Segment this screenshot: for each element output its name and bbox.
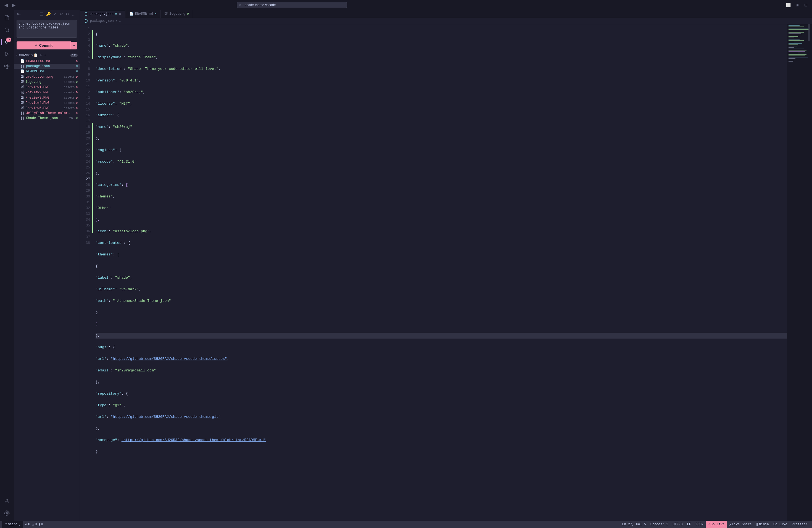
status-eol[interactable]: LF <box>685 521 693 528</box>
forward-button[interactable]: ▶ <box>11 2 17 8</box>
status-errors[interactable]: ⊘ 0 ⚠ 0 ℹ 0 <box>23 521 45 528</box>
status-go-live2[interactable]: Go Live <box>771 521 789 528</box>
status-prettier[interactable]: Prettier <box>789 521 810 528</box>
code-line: "bugs": { <box>96 344 787 350</box>
file-item-shadetheme[interactable]: {} Shade Theme.json th… U <box>14 116 80 121</box>
status-position[interactable]: Ln 27, Col 5 <box>620 521 648 528</box>
scm-badge: 12 <box>6 38 11 42</box>
activity-account[interactable] <box>1 495 12 507</box>
sidebar-check-button[interactable]: ✓ <box>53 12 58 17</box>
svg-rect-35 <box>788 56 805 56</box>
sidebar-header: S… ☰ 🔑 ✓ ↩ ↻ … <box>14 10 80 18</box>
file-item-preview3[interactable]: 🖼 Preview3.PNG assets D <box>14 95 80 100</box>
code-line: }, <box>96 379 787 385</box>
commit-message-input[interactable]: chore: Update package.json and .gitignor… <box>17 20 77 38</box>
file-item-bmcbutton[interactable]: 🖼 bmc-button.png assets D <box>14 74 80 79</box>
code-line: "vscode": "^1.31.0" <box>96 159 787 165</box>
file-item-logopng[interactable]: 🖼 logo.png assets U <box>14 79 80 85</box>
activity-files[interactable] <box>1 12 12 23</box>
code-line: "uiTheme": "vs-dark", <box>96 287 787 292</box>
file-name: Preview4.PNG <box>25 101 62 105</box>
status-language[interactable]: JSON <box>693 521 706 528</box>
svg-rect-28 <box>788 46 797 46</box>
svg-rect-16 <box>788 29 809 30</box>
status-spaces[interactable]: Spaces: 2 <box>648 521 671 528</box>
file-item-preview2[interactable]: 🖼 Preview2.PNG assets D <box>14 90 80 95</box>
activity-bar: 12 <box>0 10 14 521</box>
tab-logopng[interactable]: 🖼 logo.png U <box>160 10 193 18</box>
spaces-label: Spaces: 2 <box>650 523 668 526</box>
activity-debug[interactable] <box>1 48 12 60</box>
status-ninja[interactable]: ‖ Ninja <box>754 521 771 528</box>
file-item-preview4[interactable]: 🖼 Preview4.PNG assets D <box>14 100 80 105</box>
tab-readme[interactable]: 📄 README.md M <box>126 10 160 18</box>
ninja-label: Ninja <box>759 523 769 526</box>
file-type-icon: {} <box>20 116 24 120</box>
activity-scm[interactable]: 12 <box>1 36 12 47</box>
file-status-badge: M <box>76 64 77 68</box>
sidebar-menu-button[interactable]: ☰ <box>39 12 44 17</box>
activity-search[interactable] <box>1 24 12 35</box>
svg-rect-14 <box>788 27 804 27</box>
code-content[interactable]: { "name": "shade", "displayName": "Shade… <box>93 24 787 521</box>
breadcrumb-path: … <box>119 19 121 23</box>
changes-section: ▾ Changes 📋 ↩ + 12 📄 CHANGELOG.md D {} p… <box>14 52 80 521</box>
search-input[interactable] <box>237 2 347 8</box>
tab-packagejson[interactable]: {} package.json M × <box>80 10 126 18</box>
sidebar-key-button[interactable]: 🔑 <box>45 12 52 17</box>
layout-toggle-2[interactable]: ▣ <box>794 2 801 8</box>
activity-extensions[interactable] <box>1 61 12 72</box>
file-name: Preview3.PNG <box>25 96 62 100</box>
file-item-packagejson[interactable]: {} package.json 📂 ↩ + M <box>14 64 80 69</box>
status-go-live[interactable]: ⚡ Go Live <box>706 521 727 528</box>
layout-toggle-1[interactable]: ⬜ <box>784 2 793 8</box>
code-line: "Other" <box>96 205 787 211</box>
commit-message-area: chore: Update package.json and .gitignor… <box>17 20 77 39</box>
file-item-changelog[interactable]: 📄 CHANGELOG.md D <box>14 59 80 64</box>
svg-rect-26 <box>788 43 802 44</box>
code-line: "type": "git", <box>96 402 787 408</box>
svg-rect-13 <box>788 25 800 26</box>
svg-point-0 <box>5 28 9 31</box>
stage-all-button[interactable]: 📋 <box>33 53 39 57</box>
file-item-preview1[interactable]: 🖼 Preview1.PNG assets D <box>14 85 80 90</box>
tab-name: README.md <box>135 12 153 16</box>
warning-count: 0 <box>35 523 37 526</box>
commit-dropdown-button[interactable]: ▾ <box>71 42 77 49</box>
sidebar-undo-button[interactable]: ↩ <box>59 12 64 17</box>
sidebar-more-button[interactable]: … <box>71 12 76 17</box>
file-name: Preview1.PNG <box>25 85 62 89</box>
tab-close-button[interactable]: × <box>118 12 121 16</box>
info-icon: ℹ <box>39 523 40 527</box>
status-branch[interactable]: ⑂ main* ↻ <box>2 521 23 528</box>
branch-icon: ⑂ <box>5 523 7 526</box>
main-layout: 12 S… ☰ 🔑 ✓ ↩ ↻ … <box>0 10 812 521</box>
code-line: "url": "https://github.com/SH20RAJ/shade… <box>96 356 787 362</box>
activity-settings[interactable] <box>1 508 12 518</box>
layout-toggle-3[interactable]: ⊞ <box>802 2 809 8</box>
file-type-icon: {} <box>20 111 24 115</box>
status-encoding[interactable]: UTF-8 <box>671 521 685 528</box>
status-live-share[interactable]: ↗ Live Share <box>727 521 754 528</box>
commit-checkmark-icon: ✓ <box>35 43 38 47</box>
file-item-jellyfish[interactable]: {} JellyFish Theme-color… D <box>14 111 80 116</box>
line-numbers: 12345 678910 1112131415 1617181920 21222… <box>80 24 92 521</box>
svg-rect-18 <box>788 32 804 33</box>
file-item-preview5[interactable]: 🖼 Preview5.PNG assets D <box>14 105 80 111</box>
file-item-readme[interactable]: 📄 README.md M <box>14 69 80 74</box>
breadcrumb-file-icon: {} <box>84 19 88 23</box>
sidebar-refresh-button[interactable]: ↻ <box>65 12 70 17</box>
file-status-badge: U <box>76 80 77 84</box>
changes-header[interactable]: ▾ Changes 📋 ↩ + 12 <box>14 52 80 59</box>
code-line: "description": "Shade: Theme your code e… <box>96 66 787 72</box>
svg-point-10 <box>6 499 8 501</box>
code-editor[interactable]: 12345 678910 1112131415 1617181920 21222… <box>80 24 787 521</box>
back-button[interactable]: ◀ <box>3 2 10 8</box>
code-line: "version": "0.0.4.1", <box>96 78 787 84</box>
add-file-button[interactable]: + <box>44 53 47 57</box>
sidebar: S… ☰ 🔑 ✓ ↩ ↻ … chore: Update package.jso… <box>14 10 80 521</box>
file-name: package.json <box>26 64 75 68</box>
discard-all-button[interactable]: ↩ <box>39 53 43 57</box>
commit-button[interactable]: ✓ Commit <box>17 41 71 49</box>
code-line: "displayName": "Shade Theme", <box>96 54 787 60</box>
